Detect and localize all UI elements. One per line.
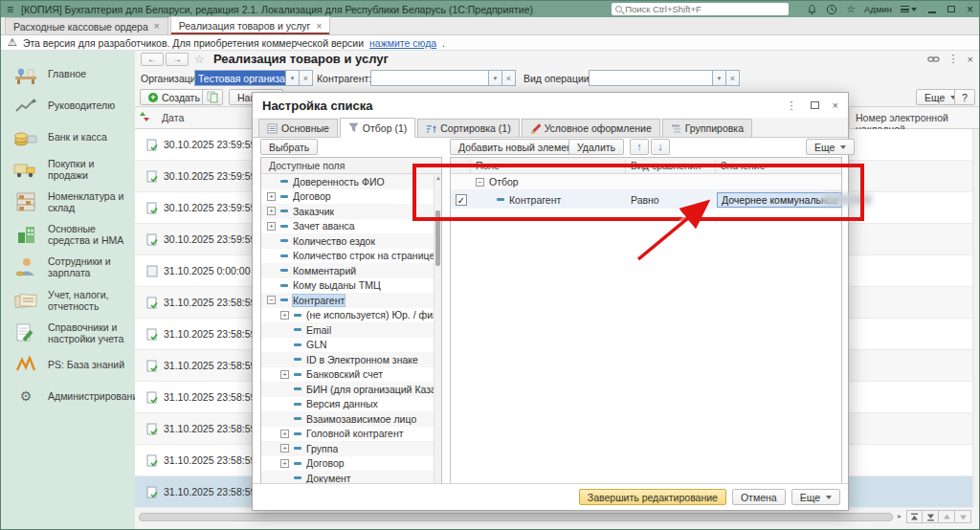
dialog-more-button[interactable]: Еще	[806, 139, 855, 155]
help-button[interactable]: ?	[954, 89, 975, 105]
tree-item[interactable]: Комментарий	[261, 263, 434, 278]
tree-item[interactable]: Кому выданы ТМЦ	[261, 278, 434, 294]
tree-item[interactable]: БИН (для организаций Казахстана)	[261, 382, 434, 397]
tree-item[interactable]: Взаимозависимое лицо	[261, 411, 434, 427]
expand-plus-icon[interactable]: +	[267, 207, 276, 215]
tab-sales[interactable]: Реализация товаров и услуг ×	[170, 16, 331, 34]
notifications-bell-icon[interactable]	[807, 4, 817, 15]
window-close-icon[interactable]: ×	[967, 5, 973, 14]
expand-plus-icon[interactable]: +	[267, 192, 276, 201]
maximize-icon[interactable]	[947, 6, 955, 12]
contractor-filter-combo[interactable]: ▼ ×	[370, 70, 516, 86]
org-dropdown-icon[interactable]: ▼	[286, 70, 300, 86]
search-input[interactable]	[625, 4, 768, 14]
finish-editing-button[interactable]: Завершить редактирование	[579, 489, 726, 505]
tree-item-selected[interactable]: −Контрагент	[261, 293, 434, 308]
delete-element-button[interactable]: Удалить	[568, 139, 624, 155]
tab-grouping[interactable]: Группировка	[662, 119, 752, 137]
sidebar-item-main[interactable]: Главное	[1, 58, 135, 90]
sort-indicator-icon[interactable]	[140, 111, 149, 122]
expand-plus-icon[interactable]: +	[280, 444, 289, 453]
sidebar-item-inventory[interactable]: Номенклатура и склад	[1, 186, 135, 218]
tree-item[interactable]: Документ	[261, 471, 434, 484]
tree-item[interactable]: GLN	[261, 338, 434, 353]
expand-plus-icon[interactable]: +	[280, 430, 289, 438]
dialog-close-icon[interactable]: ×	[833, 99, 838, 111]
sidebar-item-fixed-assets[interactable]: Основные средства и НМА	[1, 218, 135, 251]
tree-scrollbar[interactable]: ▲	[434, 174, 441, 484]
contractor-clear-icon[interactable]: ×	[502, 70, 516, 86]
scroll-right-icon[interactable]: ▸	[898, 512, 902, 520]
expand-plus-icon[interactable]: +	[280, 370, 289, 379]
operation-dropdown-icon[interactable]: ▼	[713, 70, 726, 86]
scroll-up-icon[interactable]: ▲	[435, 175, 441, 181]
get-link-icon[interactable]	[927, 55, 940, 64]
tree-item[interactable]: +Заказчик	[261, 204, 434, 219]
tab-conditional-formatting[interactable]: Условное оформление	[522, 119, 660, 137]
collapse-minus-icon[interactable]: −	[267, 296, 276, 304]
tab-filter[interactable]: Отбор (1)	[340, 118, 415, 138]
tree-item[interactable]: Количество строк на странице приложения	[261, 249, 434, 264]
tab-close-icon[interactable]: ×	[316, 21, 322, 32]
select-field-button[interactable]: Выбрать	[260, 139, 318, 155]
forward-button[interactable]: →	[166, 53, 189, 66]
copy-button[interactable]	[202, 89, 223, 105]
tree-item[interactable]: Email	[261, 322, 434, 338]
filter-comparison-value[interactable]: Равно	[631, 194, 659, 206]
tree-item[interactable]: +Банковский счет	[261, 367, 434, 383]
vertical-scrollbar[interactable]	[972, 129, 979, 508]
go-to-last-button[interactable]	[923, 510, 939, 523]
cancel-button[interactable]: Отмена	[732, 489, 786, 505]
org-clear-icon[interactable]: ×	[300, 70, 313, 86]
tree-item[interactable]: +Зачет аванса	[261, 219, 434, 234]
sidebar-item-knowledge-base[interactable]: PS: База знаний	[1, 349, 135, 381]
tree-item[interactable]: Доверенность ФИО	[261, 174, 434, 189]
user-menu-icon[interactable]	[901, 6, 917, 12]
tab-sorting[interactable]: Сортировка (1)	[417, 119, 519, 137]
sidebar-item-accounting-reports[interactable]: Учет, налоги, отчетность	[1, 284, 135, 317]
filter-row[interactable]: ✓ Контрагент Равно Дочернее коммунальное	[451, 189, 841, 209]
operation-clear-icon[interactable]: ×	[726, 70, 740, 86]
sidebar-item-purchases-sales[interactable]: Покупки и продажи	[1, 153, 135, 186]
favorite-star-icon[interactable]: ☆	[194, 53, 205, 66]
page-down-button[interactable]	[955, 510, 971, 523]
sidebar-item-manager[interactable]: Руководителю	[1, 90, 135, 121]
main-menu-icon[interactable]: ≡	[7, 3, 13, 16]
form-close-icon[interactable]: ×	[968, 54, 973, 65]
global-search[interactable]	[612, 3, 789, 15]
operation-filter-value[interactable]	[589, 70, 713, 86]
sidebar-item-administration[interactable]: ⚙ Администрирование	[1, 381, 135, 412]
expand-plus-icon[interactable]: +	[267, 222, 276, 231]
back-button[interactable]: ←	[141, 53, 164, 66]
contractor-filter-value[interactable]	[370, 70, 489, 86]
favorites-star-icon[interactable]: ☆	[846, 3, 856, 15]
sidebar-item-directories-settings[interactable]: Справочники и настройки учета	[1, 317, 135, 349]
contractor-dropdown-icon[interactable]: ▼	[489, 70, 502, 86]
minimize-icon[interactable]	[928, 6, 936, 13]
tree-item[interactable]: Количество ездок	[261, 233, 434, 249]
tree-item[interactable]: ID в Электронном знаке	[261, 352, 434, 367]
sidebar-item-bank-cash[interactable]: Банк и касса	[1, 121, 135, 153]
expand-plus-icon[interactable]: +	[280, 459, 289, 468]
filter-group-row[interactable]: − Отбор	[451, 174, 841, 189]
tab-main[interactable]: Основные	[258, 119, 338, 137]
dialog-menu-dots-icon[interactable]: ⋮	[787, 99, 797, 112]
tree-item[interactable]: +Договор	[261, 189, 434, 205]
org-filter-value[interactable]: Тестовая организация	[194, 70, 286, 86]
current-user[interactable]: Админ	[864, 4, 892, 14]
expand-plus-icon[interactable]: +	[280, 311, 289, 320]
collapse-minus-icon[interactable]: −	[476, 178, 484, 187]
footer-more-button[interactable]: Еще	[791, 489, 840, 505]
org-filter-combo[interactable]: Тестовая организация ▼ ×	[194, 70, 313, 86]
create-button[interactable]: + Создать	[140, 89, 209, 105]
tree-scroll-thumb[interactable]	[435, 210, 440, 266]
tree-item[interactable]: Версия данных	[261, 397, 434, 412]
sidebar-item-employees[interactable]: Сотрудники и зарплата	[1, 251, 135, 283]
history-clock-icon[interactable]	[826, 4, 837, 15]
dialog-maximize-icon[interactable]	[811, 101, 819, 109]
move-up-button[interactable]: ↑	[630, 139, 649, 155]
move-down-button[interactable]: ↓	[651, 139, 670, 155]
add-element-button[interactable]: Добавить новый элемент	[450, 139, 586, 155]
page-up-button[interactable]	[939, 510, 955, 523]
operation-filter-combo[interactable]: ▼ ×	[589, 70, 740, 86]
